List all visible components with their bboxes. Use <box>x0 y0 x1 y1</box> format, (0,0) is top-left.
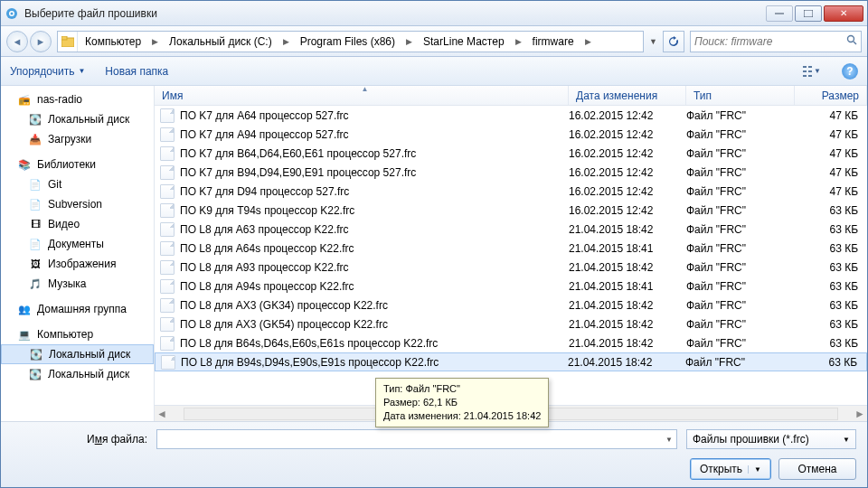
svg-line-8 <box>854 42 856 44</box>
breadcrumb-segment[interactable]: Локальный диск (C:) <box>162 32 279 52</box>
file-type: Файл "FRC" <box>686 242 795 255</box>
chevron-right-icon[interactable]: ▶ <box>581 37 595 46</box>
file-list[interactable]: ПО K7 для A64 процессор 527.frc16.02.201… <box>155 106 867 405</box>
breadcrumb-segment[interactable]: Компьютер <box>78 32 148 52</box>
chevron-right-icon[interactable]: ▶ <box>402 37 416 46</box>
sidebar-item[interactable]: 📻nas-radio <box>1 89 154 109</box>
file-row[interactable]: ПО L8 для AX3 (GK34) процессор K22.frc21… <box>155 296 867 314</box>
svg-rect-4 <box>804 10 813 17</box>
history-dropdown-icon[interactable]: ▼ <box>649 37 657 46</box>
file-date: 21.04.2015 18:42 <box>569 337 686 350</box>
filetype-filter[interactable]: Файлы прошивки (*.frc) ▼ <box>686 429 856 449</box>
sidebar-item-label: Subversion <box>48 198 102 211</box>
column-type[interactable]: Тип <box>686 86 795 105</box>
file-list-pane: Имя▲ Дата изменения Тип Размер ПО K7 для… <box>155 86 867 421</box>
sidebar-item[interactable]: 📄Git <box>1 174 154 194</box>
file-row[interactable]: ПО K7 для D94 процессор 527.frc16.02.201… <box>155 182 867 201</box>
file-row[interactable]: ПО K7 для B64,D64,E60,E61 процессор 527.… <box>155 144 867 163</box>
breadcrumb-segment[interactable]: StarLine Мастер <box>416 32 512 52</box>
file-row[interactable]: ПО L8 для A63 процессор K22.frc21.04.201… <box>155 220 867 239</box>
tooltip-size: Размер: 62,1 КБ <box>383 396 541 409</box>
folder-icon: 📄 <box>28 197 42 211</box>
nav-forward-button[interactable]: ► <box>30 31 52 52</box>
scroll-right-icon[interactable]: ► <box>853 408 867 420</box>
chevron-right-icon[interactable]: ▶ <box>148 37 162 46</box>
file-type: Файл "FRC" <box>686 261 795 274</box>
minimize-button[interactable] <box>766 5 793 22</box>
sidebar-item-label: Git <box>48 178 61 191</box>
open-button[interactable]: Открыть▼ <box>690 458 771 480</box>
sidebar-item[interactable]: 👥Домашняя группа <box>1 299 154 319</box>
file-row[interactable]: ПО K7 для A64 процессор 527.frc16.02.201… <box>155 106 867 125</box>
file-icon <box>160 317 175 332</box>
file-date: 16.02.2015 12:42 <box>569 128 686 141</box>
sidebar-item[interactable]: 💽Локальный диск <box>1 109 154 129</box>
file-type: Файл "FRC" <box>686 223 795 236</box>
search-input[interactable] <box>694 35 846 48</box>
file-row[interactable]: ПО K9 для T94s процессор K22.frc16.02.20… <box>155 201 867 220</box>
filename-dropdown-icon[interactable]: ▼ <box>665 436 673 444</box>
column-size[interactable]: Размер <box>795 86 867 105</box>
view-menu-icon[interactable]: ▼ <box>802 61 822 81</box>
column-headers: Имя▲ Дата изменения Тип Размер <box>155 86 867 106</box>
sidebar-item[interactable]: 🎞Видео <box>1 214 154 234</box>
open-split-icon[interactable]: ▼ <box>748 465 761 474</box>
maximize-button[interactable] <box>795 5 822 22</box>
file-size: 63 КБ <box>795 318 867 331</box>
file-name: ПО L8 для A94s процессор K22.frc <box>180 280 354 293</box>
file-icon <box>160 127 175 142</box>
close-button[interactable]: ✕ <box>824 5 863 22</box>
sidebar-item-label: Видео <box>48 218 80 230</box>
folder-icon: 💽 <box>28 367 42 381</box>
help-icon[interactable]: ? <box>842 63 858 80</box>
file-date: 21.04.2015 18:42 <box>569 261 686 274</box>
sidebar-item[interactable]: 🎵Музыка <box>1 274 154 294</box>
folder-icon: 🎞 <box>28 217 42 231</box>
sidebar-item[interactable]: 💽Локальный диск <box>1 364 154 384</box>
file-row[interactable]: ПО L8 для AX3 (GK54) процессор K22.frc21… <box>155 314 867 333</box>
file-row[interactable]: ПО K7 для B94,D94,E90,E91 процессор 527.… <box>155 163 867 182</box>
search-box[interactable] <box>690 31 862 52</box>
svg-rect-12 <box>808 70 812 72</box>
organize-menu[interactable]: Упорядочить ▼ <box>10 65 85 78</box>
scroll-left-icon[interactable]: ◄ <box>155 408 169 420</box>
sort-indicator-icon: ▲ <box>362 86 369 93</box>
sidebar-item[interactable]: 📄Документы <box>1 234 154 254</box>
svg-rect-3 <box>775 13 784 14</box>
svg-point-2 <box>11 12 14 14</box>
new-folder-button[interactable]: Новая папка <box>105 65 168 78</box>
tooltip-date: Дата изменения: 21.04.2015 18:42 <box>383 409 541 423</box>
sidebar-item-label: Локальный диск <box>49 348 130 361</box>
chevron-right-icon[interactable]: ▶ <box>512 37 525 46</box>
breadcrumb[interactable]: Компьютер▶Локальный диск (C:)▶Program Fi… <box>57 31 644 52</box>
file-row[interactable]: ПО K7 для A94 процессор 527.frc16.02.201… <box>155 125 867 144</box>
chevron-right-icon[interactable]: ▶ <box>279 37 293 46</box>
sidebar-item[interactable]: 📄Subversion <box>1 194 154 214</box>
column-name[interactable]: Имя▲ <box>155 86 569 105</box>
svg-rect-10 <box>808 66 812 68</box>
search-icon <box>846 34 857 48</box>
file-row[interactable]: ПО L8 для B94s,D94s,E90s,E91s процессор … <box>155 352 867 371</box>
file-icon <box>160 203 175 218</box>
file-tooltip: Тип: Файл "FRC" Размер: 62,1 КБ Дата изм… <box>375 378 549 427</box>
breadcrumb-segment[interactable]: firmware <box>525 32 581 52</box>
file-row[interactable]: ПО L8 для A94s процессор K22.frc21.04.20… <box>155 277 867 296</box>
filename-combo[interactable]: ▼ <box>156 429 677 449</box>
sidebar-item[interactable]: 💽Локальный диск <box>1 344 154 364</box>
sidebar-item[interactable]: 🖼Изображения <box>1 254 154 274</box>
file-row[interactable]: ПО L8 для A64s процессор K22.frc21.04.20… <box>155 239 867 258</box>
sidebar-item[interactable]: 📥Загрузки <box>1 129 154 149</box>
file-icon <box>160 298 175 313</box>
file-row[interactable]: ПО L8 для A93 процессор K22.frc21.04.201… <box>155 258 867 277</box>
refresh-button[interactable] <box>663 31 684 52</box>
cancel-button[interactable]: Отмена <box>778 458 856 480</box>
sidebar-item[interactable]: 💻Компьютер <box>1 324 154 344</box>
file-row[interactable]: ПО L8 для B64s,D64s,E60s,E61s процессор … <box>155 333 867 352</box>
nav-back-button[interactable]: ◄ <box>6 31 28 52</box>
breadcrumb-segment[interactable]: Program Files (x86) <box>293 32 402 52</box>
app-icon <box>5 6 19 21</box>
filename-input[interactable] <box>161 433 665 446</box>
sidebar-item[interactable]: 📚Библиотеки <box>1 155 154 174</box>
file-size: 47 КБ <box>795 109 867 122</box>
column-date[interactable]: Дата изменения <box>569 86 686 105</box>
